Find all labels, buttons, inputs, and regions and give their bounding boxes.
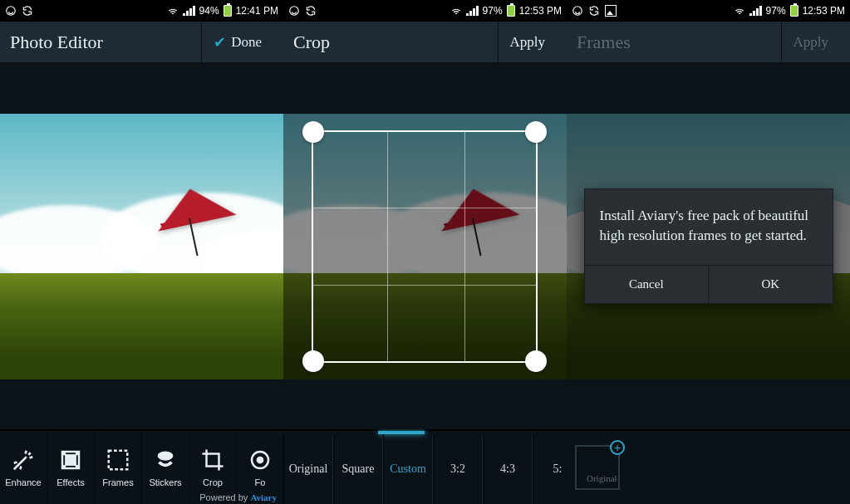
install-dialog: Install Aviary's free pack of beautiful … <box>584 188 833 305</box>
title-bar: Frames Apply <box>567 22 850 63</box>
tool-label: Effects <box>57 477 84 487</box>
clock: 12:41 PM <box>236 5 278 17</box>
screen-crop: 97% 12:53 PM Crop Apply <box>283 0 567 504</box>
apply-label: Apply <box>510 34 546 51</box>
ratio-label: 4:3 <box>500 462 515 476</box>
battery-icon <box>790 5 798 17</box>
canvas: Install Aviary's free pack of beautiful … <box>567 63 850 429</box>
status-bar: 97% 12:53 PM <box>283 0 567 22</box>
tool-effects[interactable]: Effects <box>47 431 95 504</box>
plus-icon: + <box>610 440 625 455</box>
ratio-label: Original <box>289 462 328 476</box>
wifi-icon <box>167 5 179 17</box>
wifi-icon <box>734 5 745 17</box>
screen-frames: 97% 12:53 PM Frames Apply Install Aviary… <box>567 0 850 504</box>
done-button[interactable]: ✔ Done <box>201 22 273 62</box>
sync-icon <box>305 5 317 17</box>
focus-icon <box>248 448 273 472</box>
clock: 12:53 PM <box>803 5 845 17</box>
tool-stickers[interactable]: Stickers <box>142 431 189 504</box>
wifi-icon <box>450 5 462 17</box>
ratio-5[interactable]: 5: <box>533 434 567 504</box>
umbrella-icon <box>154 188 237 255</box>
battery-pct: 97% <box>766 5 786 17</box>
headset-icon <box>572 5 583 17</box>
battery-icon <box>224 5 232 17</box>
svg-point-4 <box>76 453 78 455</box>
ratio-4-3[interactable]: 4:3 <box>483 434 533 504</box>
crop-icon <box>200 448 225 472</box>
sync-icon <box>22 5 33 17</box>
canvas[interactable] <box>283 63 567 429</box>
ratio-label: Square <box>342 462 375 476</box>
crop-box[interactable] <box>312 130 538 363</box>
tool-label: Frames <box>102 477 133 487</box>
dialog-scrim: Install Aviary's free pack of beautiful … <box>567 114 850 379</box>
ratio-label: Custom <box>390 462 426 476</box>
ratio-toolbar: Original Square Custom 3:2 4:3 5: <box>283 429 567 504</box>
cancel-button[interactable]: Cancel <box>585 266 710 303</box>
battery-icon <box>507 5 515 17</box>
status-bar: 94% 12:41 PM <box>0 0 283 22</box>
headset-icon <box>5 5 17 17</box>
svg-point-3 <box>63 453 66 455</box>
apply-button[interactable]: Apply <box>781 22 841 62</box>
ratio-3-2[interactable]: 3:2 <box>433 434 483 504</box>
signal-icon <box>466 6 479 16</box>
ok-label: OK <box>761 277 779 291</box>
ratio-custom[interactable]: Custom <box>383 434 433 504</box>
powered-by: Powered by Aviary <box>199 492 277 502</box>
signal-icon <box>749 6 762 16</box>
photo-preview <box>283 114 567 379</box>
apply-label: Apply <box>793 34 829 51</box>
page-title: Frames <box>577 32 631 53</box>
signal-icon <box>183 6 195 16</box>
ratio-label: 5: <box>553 462 563 476</box>
crop-handle-tr[interactable] <box>525 121 547 143</box>
svg-rect-2 <box>66 455 76 466</box>
crop-handle-tl[interactable] <box>302 121 324 143</box>
ratio-label: 3:2 <box>450 462 465 476</box>
ratio-original[interactable]: Original <box>283 434 333 504</box>
title-bar: Photo Editor ✔ Done <box>0 22 283 63</box>
svg-point-5 <box>63 465 66 467</box>
svg-point-6 <box>76 465 78 467</box>
status-bar: 97% 12:53 PM <box>567 0 850 22</box>
sticker-icon <box>153 448 178 472</box>
headset-icon <box>288 5 300 17</box>
done-label: Done <box>231 34 262 51</box>
crop-handle-bl[interactable] <box>302 350 324 372</box>
frames-toolbar: + Original <box>567 429 850 504</box>
svg-point-10 <box>257 457 263 463</box>
filmstrip-icon <box>58 448 83 472</box>
ok-button[interactable]: OK <box>709 266 833 303</box>
clock: 12:53 PM <box>519 5 562 17</box>
powered-prefix: Powered by <box>199 492 250 502</box>
tool-label: Crop <box>203 477 223 487</box>
wand-icon <box>11 448 36 472</box>
svg-rect-7 <box>109 451 128 470</box>
photo-preview <box>0 114 283 379</box>
tool-frames[interactable]: Frames <box>95 431 142 504</box>
frame-thumb-label: Original <box>587 473 617 483</box>
ratio-square[interactable]: Square <box>333 434 383 504</box>
battery-pct: 97% <box>483 5 503 17</box>
battery-pct: 94% <box>199 5 219 17</box>
dialog-message: Install Aviary's free pack of beautiful … <box>585 189 833 266</box>
powered-brand: Aviary <box>250 492 277 502</box>
canvas[interactable] <box>0 63 283 429</box>
page-title: Photo Editor <box>10 32 103 53</box>
screen-photo-editor: 94% 12:41 PM Photo Editor ✔ Done Enhance <box>0 0 283 504</box>
sync-icon <box>588 5 600 17</box>
cancel-label: Cancel <box>629 277 664 291</box>
page-title: Crop <box>293 32 330 53</box>
title-bar: Crop Apply <box>283 22 567 63</box>
photo-preview: Install Aviary's free pack of beautiful … <box>567 114 850 379</box>
tool-label: Stickers <box>149 477 181 487</box>
check-icon: ✔ <box>214 33 226 51</box>
crop-handle-br[interactable] <box>525 350 547 372</box>
svg-point-8 <box>158 452 173 460</box>
picture-icon <box>605 5 617 17</box>
tool-enhance[interactable]: Enhance <box>0 431 47 504</box>
apply-button[interactable]: Apply <box>498 22 558 62</box>
